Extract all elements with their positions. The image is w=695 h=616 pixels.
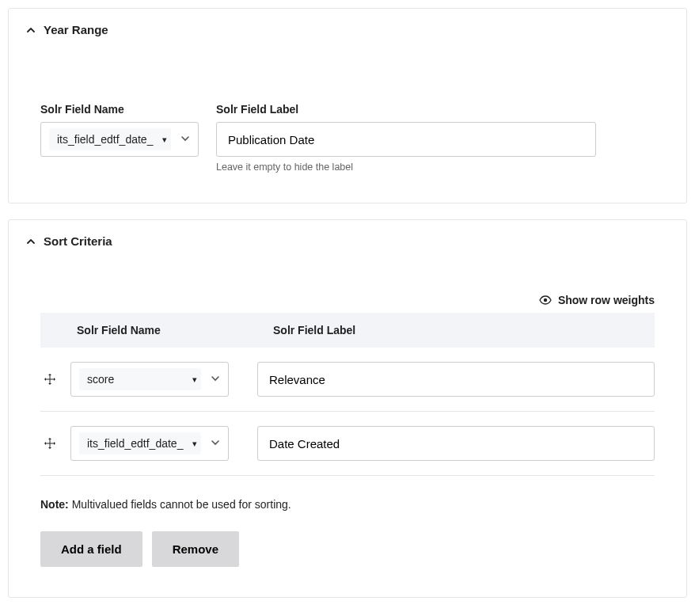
remove-button[interactable]: Remove bbox=[152, 531, 239, 567]
sort-note: Note: Multivalued fields cannot be used … bbox=[40, 498, 655, 511]
sort-table-header: Solr Field Name Solr Field Label bbox=[40, 313, 655, 348]
drag-handle-icon[interactable] bbox=[40, 373, 59, 386]
field-label-hint: Leave it empty to hide the label bbox=[216, 162, 596, 173]
year-range-field-name-select[interactable]: its_field_edtf_date_ bbox=[40, 122, 199, 157]
solr-field-name-label: Solr Field Name bbox=[40, 103, 199, 116]
chevron-down-icon bbox=[211, 373, 220, 386]
year-range-toggle[interactable]: Year Range bbox=[9, 9, 686, 43]
sort-field-name-select[interactable]: its_field_edtf_date_ bbox=[70, 426, 229, 461]
note-strong: Note: bbox=[40, 498, 69, 511]
year-range-panel: Year Range Solr Field Name its_field_edt… bbox=[8, 8, 687, 203]
header-field-name: Solr Field Name bbox=[77, 324, 273, 337]
solr-field-label-label: Solr Field Label bbox=[216, 103, 596, 116]
eye-icon bbox=[539, 295, 552, 305]
select-value: its_field_edtf_date_ bbox=[79, 432, 201, 454]
drag-handle-icon[interactable] bbox=[40, 437, 59, 450]
sort-criteria-body: Show row weights Solr Field Name Solr Fi… bbox=[9, 254, 686, 597]
select-value: score bbox=[79, 368, 201, 390]
note-text: Multivalued fields cannot be used for so… bbox=[69, 498, 291, 511]
show-weights-label: Show row weights bbox=[558, 294, 655, 306]
svg-point-0 bbox=[544, 298, 547, 302]
year-range-field-name-group: Solr Field Name its_field_edtf_date_ bbox=[40, 103, 199, 157]
table-row: its_field_edtf_date_ bbox=[40, 412, 655, 476]
chevron-up-icon bbox=[26, 25, 36, 35]
year-range-field-label-input[interactable] bbox=[216, 122, 596, 157]
year-range-title: Year Range bbox=[44, 23, 108, 36]
sort-criteria-toggle[interactable]: Sort Criteria bbox=[9, 220, 686, 254]
sort-field-name-select[interactable]: score bbox=[70, 362, 229, 397]
table-row: score bbox=[40, 348, 655, 412]
sort-field-label-input[interactable] bbox=[257, 426, 655, 461]
sort-criteria-table: Solr Field Name Solr Field Label score bbox=[40, 313, 655, 476]
year-range-body: Solr Field Name its_field_edtf_date_ Sol… bbox=[9, 43, 686, 203]
year-range-field-label-group: Solr Field Label Leave it empty to hide … bbox=[216, 103, 596, 173]
header-field-label: Solr Field Label bbox=[273, 324, 642, 337]
select-value: its_field_edtf_date_ bbox=[49, 128, 171, 150]
sort-criteria-title: Sort Criteria bbox=[44, 234, 112, 248]
chevron-down-icon bbox=[211, 437, 220, 450]
sort-criteria-panel: Sort Criteria Show row weights Solr Fiel… bbox=[8, 219, 687, 598]
chevron-down-icon bbox=[180, 133, 190, 146]
chevron-up-icon bbox=[26, 237, 36, 246]
sort-button-row: Add a field Remove bbox=[40, 531, 655, 567]
show-row-weights-link[interactable]: Show row weights bbox=[40, 294, 655, 306]
add-field-button[interactable]: Add a field bbox=[40, 531, 142, 567]
sort-field-label-input[interactable] bbox=[257, 362, 655, 397]
